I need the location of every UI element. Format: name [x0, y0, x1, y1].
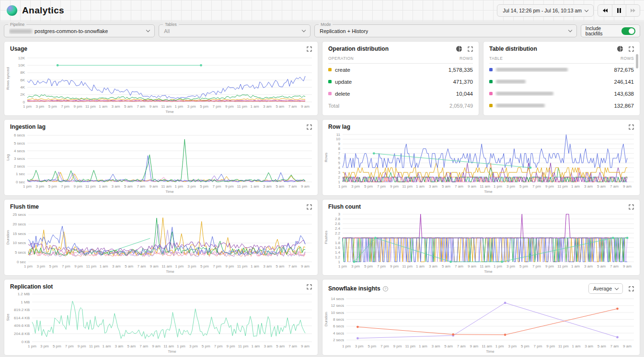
chevron-down-icon — [615, 286, 619, 290]
scrollbar-thumb[interactable] — [636, 54, 638, 68]
svg-text:9 pm: 9 pm — [227, 344, 235, 348]
svg-text:1 am: 1 am — [103, 344, 111, 348]
date-range-selector[interactable]: Jul 14, 12:26 pm - Jul 16, 10:13 am — [497, 4, 594, 17]
backfills-toggle[interactable] — [621, 27, 635, 35]
svg-text:3 am: 3 am — [115, 344, 124, 348]
filter-bar: Pipeline postgres-common-to-snowflake Ta… — [0, 21, 644, 39]
svg-text:11 am: 11 am — [161, 104, 172, 109]
card-title: Snowflake insights — [328, 285, 380, 292]
table-row[interactable]: 143,638 — [489, 88, 634, 100]
svg-text:3 am: 3 am — [112, 104, 120, 109]
operation-distribution-table[interactable]: OPERATIONROWScreate1,578,335update471,37… — [322, 52, 479, 115]
expand-icon[interactable] — [307, 46, 312, 52]
expand-icon[interactable] — [307, 284, 312, 290]
svg-text:11 pm: 11 pm — [85, 104, 96, 109]
svg-text:7 pm: 7 pm — [213, 104, 221, 109]
svg-text:7 pm: 7 pm — [65, 344, 74, 348]
aggregation-value: Average — [593, 286, 612, 291]
table-row[interactable]: 84,567 — [489, 112, 634, 115]
svg-text:12 secs: 12 secs — [331, 303, 344, 308]
svg-text:11 pm: 11 pm — [557, 184, 568, 189]
svg-text:5 am: 5 am — [442, 184, 450, 189]
svg-text:5 pm: 5 pm — [200, 264, 209, 268]
svg-text:11 am: 11 am — [161, 184, 172, 189]
svg-text:7 am: 7 am — [288, 344, 297, 348]
svg-text:3 am: 3 am — [429, 184, 437, 189]
expand-icon[interactable] — [307, 204, 312, 210]
svg-text:9 am: 9 am — [623, 344, 632, 348]
svg-text:11 am: 11 am — [482, 344, 492, 348]
svg-text:5 pm: 5 pm — [200, 104, 208, 109]
chart-canvas: 2 secs4 secs6 secs8 secs10 secs12 secs14… — [323, 294, 638, 354]
svg-text:0: 0 — [23, 100, 25, 104]
svg-text:5 am: 5 am — [442, 264, 450, 268]
expand-icon[interactable] — [629, 46, 634, 52]
svg-text:Duration: Duration — [324, 312, 328, 326]
table-row[interactable]: create1,578,335 — [328, 64, 473, 76]
table-row[interactable]: 872,675 — [489, 64, 634, 76]
help-icon[interactable]: ? — [383, 286, 388, 291]
svg-text:7 pm: 7 pm — [377, 264, 386, 268]
svg-text:11 am: 11 am — [161, 264, 172, 268]
table-distribution-table[interactable]: TABLEROWS872,675246,141143,638132,86784,… — [483, 52, 640, 115]
svg-text:5 pm: 5 pm — [200, 184, 208, 189]
ingestion-lag-chart[interactable]: 0 sec1 sec2 secs3 secs4 secs5 secs6 secs… — [5, 130, 316, 196]
pie-chart-icon[interactable] — [456, 46, 462, 52]
svg-text:11 pm: 11 pm — [237, 184, 247, 189]
flush-count-chart[interactable]: 11.21.41.61.822.22.42.62.831 pm3 pm5 pm7… — [323, 210, 638, 276]
usage-chart[interactable]: 02K4K6K8K10K12K1 pm3 pm5 pm7 pm9 pm11 pm… — [5, 52, 316, 116]
expand-icon[interactable] — [629, 286, 634, 291]
svg-text:2.2: 2.2 — [335, 231, 341, 235]
svg-text:9 am: 9 am — [301, 264, 310, 268]
svg-text:7 am: 7 am — [610, 264, 619, 268]
svg-text:5 pm: 5 pm — [48, 104, 57, 109]
svg-text:5 pm: 5 pm — [364, 184, 373, 189]
svg-text:7 am: 7 am — [288, 104, 297, 109]
tables-select[interactable]: Tables All — [159, 24, 310, 37]
table-row[interactable]: 246,141 — [489, 76, 634, 88]
mode-select[interactable]: Mode Replication + History — [314, 24, 577, 37]
include-backfills-toggle-box[interactable]: Include backfills — [581, 24, 640, 37]
svg-text:9 am: 9 am — [301, 344, 310, 348]
pie-chart-icon[interactable] — [617, 46, 623, 52]
table-row[interactable]: delete10,044 — [328, 88, 473, 100]
svg-text:11 pm: 11 pm — [85, 184, 96, 189]
flush-time-card: Flush time 0 sec5 secs10 secs15 secs20 s… — [4, 199, 318, 276]
snowflake-insights-chart[interactable]: 2 secs4 secs6 secs8 secs10 secs12 secs14… — [323, 294, 638, 356]
svg-text:1.2 MB: 1.2 MB — [18, 292, 30, 296]
svg-text:2 secs: 2 secs — [14, 164, 25, 168]
pause-button[interactable] — [612, 5, 626, 16]
dashboard-grid: Usage 02K4K6K8K10K12K1 pm3 pm5 pm7 pm9 p… — [0, 39, 644, 357]
expand-icon[interactable] — [307, 124, 312, 130]
row-lag-chart[interactable]: 12345678910111 pm3 pm5 pm7 pm9 pm11 pm1 … — [323, 130, 638, 196]
expand-icon[interactable] — [629, 124, 634, 130]
svg-text:1.2: 1.2 — [335, 255, 341, 259]
svg-text:9 am: 9 am — [468, 184, 476, 189]
replication-slot-chart[interactable]: 0 KB204.8 KB409.6 KB614.4 KB819.2 KB1 MB… — [5, 290, 316, 356]
expand-icon[interactable] — [468, 46, 473, 52]
svg-text:3 secs: 3 secs — [14, 156, 25, 161]
expand-icon[interactable] — [629, 204, 634, 210]
pipeline-select[interactable]: Pipeline postgres-common-to-snowflake — [4, 24, 155, 37]
chart-canvas: 0 sec5 secs10 secs15 secs20 secs25 secs1… — [5, 210, 316, 274]
svg-text:8: 8 — [338, 146, 341, 151]
svg-text:1 pm: 1 pm — [23, 184, 32, 189]
svg-text:9 pm: 9 pm — [545, 264, 554, 268]
svg-text:819.2 KB: 819.2 KB — [14, 308, 30, 312]
svg-text:9 pm: 9 pm — [74, 264, 83, 268]
svg-text:0 KB: 0 KB — [22, 340, 30, 344]
card-title: Table distribution — [489, 45, 537, 52]
svg-text:0 sec: 0 sec — [17, 260, 26, 264]
aggregation-select[interactable]: Average — [588, 283, 623, 294]
svg-text:11 am: 11 am — [163, 344, 174, 348]
svg-text:2: 2 — [338, 236, 341, 240]
svg-text:Time: Time — [484, 190, 493, 194]
table-row[interactable]: update471,370 — [328, 76, 473, 88]
table-row[interactable]: 132,867 — [489, 100, 634, 112]
fast-forward-button[interactable] — [626, 5, 640, 16]
operation-distribution-card: Operation distribution OPERATIONROWScrea… — [322, 41, 479, 116]
svg-text:11 pm: 11 pm — [89, 344, 100, 348]
rewind-button[interactable] — [598, 5, 612, 16]
flush-time-chart[interactable]: 0 sec5 secs10 secs15 secs20 secs25 secs1… — [5, 210, 316, 276]
svg-text:1 pm: 1 pm — [495, 344, 504, 348]
